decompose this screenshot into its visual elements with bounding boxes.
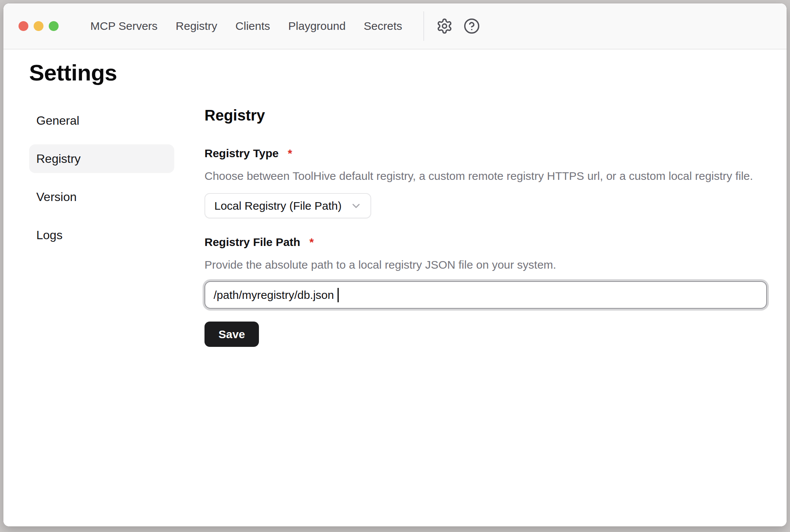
help-icon (463, 18, 480, 34)
settings-gear-button[interactable] (435, 17, 454, 35)
window-minimize-button[interactable] (34, 21, 43, 31)
nav-item-mcp-servers[interactable]: MCP Servers (90, 20, 158, 32)
text-cursor-caret (338, 288, 339, 302)
sidebar-item-registry[interactable]: Registry (29, 144, 174, 173)
settings-sidebar: General Registry Version Logs (29, 106, 174, 347)
sidebar-item-logs[interactable]: Logs (29, 221, 174, 249)
nav-item-secrets[interactable]: Secrets (364, 20, 402, 32)
gear-icon (436, 18, 453, 34)
registry-file-path-input[interactable] (204, 281, 767, 309)
required-asterisk: * (309, 236, 314, 249)
window-titlebar: MCP Servers Registry Clients Playground … (3, 3, 787, 49)
help-button[interactable] (463, 17, 481, 35)
nav-item-playground[interactable]: Playground (288, 20, 346, 32)
nav-item-registry[interactable]: Registry (176, 20, 217, 32)
sidebar-item-version[interactable]: Version (29, 182, 174, 211)
registry-settings-panel: Registry Registry Type * Choose between … (204, 106, 767, 347)
registry-file-path-input-wrap (204, 281, 767, 309)
traffic-lights (19, 21, 59, 31)
settings-page: Settings General Registry Version Logs R… (3, 49, 787, 526)
sidebar-item-general[interactable]: General (29, 106, 174, 135)
registry-file-path-label: Registry File Path (204, 236, 300, 249)
window-zoom-button[interactable] (49, 21, 59, 31)
window-close-button[interactable] (19, 21, 28, 31)
registry-file-path-field: Registry File Path * Provide the absolut… (204, 236, 767, 309)
registry-type-field: Registry Type * Choose between ToolHive … (204, 147, 767, 218)
chevron-down-icon (350, 200, 362, 212)
topbar-divider (423, 11, 424, 41)
registry-type-select[interactable]: Local Registry (File Path) (204, 193, 371, 218)
registry-type-selected-value: Local Registry (File Path) (214, 200, 342, 212)
required-asterisk: * (288, 147, 292, 160)
top-navigation: MCP Servers Registry Clients Playground … (90, 20, 402, 32)
registry-type-label: Registry Type (204, 147, 279, 160)
registry-type-description: Choose between ToolHive default registry… (204, 169, 767, 183)
nav-item-clients[interactable]: Clients (235, 20, 270, 32)
app-window: MCP Servers Registry Clients Playground … (3, 3, 787, 527)
section-title: Registry (204, 106, 767, 124)
registry-file-path-description: Provide the absolute path to a local reg… (204, 258, 767, 272)
save-button[interactable]: Save (204, 322, 259, 347)
page-title: Settings (29, 59, 767, 87)
